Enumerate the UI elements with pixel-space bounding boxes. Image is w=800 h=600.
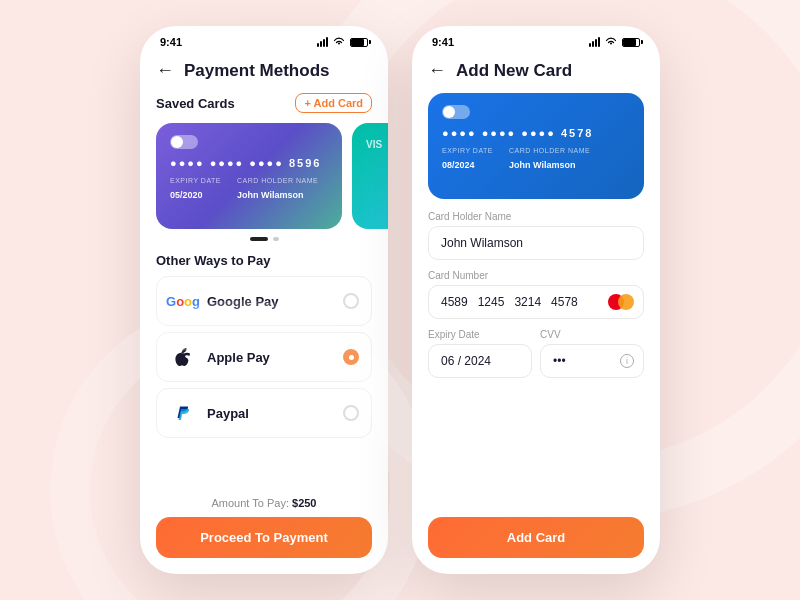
phone1-content: Saved Cards + Add Card ●●●● ●●●● ●●●● 85… [140,93,388,574]
battery-icon [350,38,368,47]
holder-name-label: Card Holder Name [428,211,644,222]
expiry-value-1: 05/2020 [170,190,203,200]
preview-holder-value: John Wilamson [509,160,575,170]
card-number-group: Card Number [428,270,644,319]
back-button-2[interactable]: ← [428,60,446,81]
google-pay-radio[interactable] [343,293,359,309]
holder-name-group: Card Holder Name [428,211,644,260]
preview-card-number: ●●●● ●●●● ●●●● 4578 [442,127,630,139]
holder-value-1: John Wilamson [237,190,303,200]
wifi-icon-2 [605,36,617,48]
preview-expiry-label: EXPIRY DATE [442,147,493,154]
add-card-submit-button[interactable]: Add Card [428,517,644,558]
header-2: ← Add New Card [412,52,660,93]
expiry-input[interactable] [428,344,532,378]
teal-card-label: VIS [366,139,388,150]
saved-cards-section: Saved Cards + Add Card [140,93,388,123]
paypal-icon [169,399,197,427]
other-ways-label: Other Ways to Pay [156,253,372,268]
phone-payment-methods: 9:41 ← Payment Methods [140,26,388,574]
time-2: 9:41 [432,36,454,48]
phone-add-card: 9:41 ← Add New Card [412,26,660,574]
card-toggle-1[interactable] [170,135,198,149]
google-pay-icon: Goog [169,287,197,315]
cvv-info-icon[interactable]: i [620,354,634,368]
dot-active [250,237,268,241]
apple-pay-option[interactable]: Apple Pay [156,332,372,382]
card-number-wrapper [428,285,644,319]
back-button-1[interactable]: ← [156,60,174,81]
expiry-group: Expiry Date [428,329,532,378]
card-number-label: Card Number [428,270,644,281]
google-pay-option[interactable]: Goog Google Pay [156,276,372,326]
preview-expiry: EXPIRY DATE 08/2024 [442,147,493,172]
header-1: ← Payment Methods [140,52,388,93]
credit-card-2[interactable]: VIS [352,123,388,229]
preview-card-info: EXPIRY DATE 08/2024 CARD HOLDER NAME Joh… [442,147,630,172]
expiry-cvv-row: Expiry Date CVV i [428,329,644,388]
page-title-1: Payment Methods [184,61,329,81]
time-1: 9:41 [160,36,182,48]
amount-text: Amount To Pay: $250 [212,497,317,509]
paypal-radio[interactable] [343,405,359,421]
signal-icon-2 [589,37,600,47]
apple-pay-icon [169,343,197,371]
preview-holder: CARD HOLDER NAME John Wilamson [509,147,590,172]
status-bar-1: 9:41 [140,26,388,52]
card-preview: ●●●● ●●●● ●●●● 4578 EXPIRY DATE 08/2024 … [428,93,644,199]
credit-card-1[interactable]: ●●●● ●●●● ●●●● 8596 EXPIRY DATE 05/2020 … [156,123,342,229]
google-pay-name: Google Pay [207,294,343,309]
expiry-form-label: Expiry Date [428,329,532,340]
cvv-group: CVV i [540,329,644,378]
apple-pay-radio[interactable] [343,349,359,365]
card-dots [140,229,388,245]
amount-section: Amount To Pay: $250 [140,485,388,517]
wifi-icon [333,36,345,48]
add-card-button[interactable]: + Add Card [295,93,372,113]
battery-icon-2 [622,38,640,47]
cvv-wrapper: i [540,344,644,378]
card-info-1: EXPIRY DATE 05/2020 CARD HOLDER NAME Joh… [170,177,328,202]
preview-expiry-value: 08/2024 [442,160,475,170]
preview-holder-label: CARD HOLDER NAME [509,147,590,154]
holder-name-input[interactable] [428,226,644,260]
page-title-2: Add New Card [456,61,572,81]
cards-scroll: ●●●● ●●●● ●●●● 8596 EXPIRY DATE 05/2020 … [140,123,388,229]
paypal-option[interactable]: Paypal [156,388,372,438]
card-toggle-2[interactable] [442,105,470,119]
mastercard-icon [608,294,634,310]
dot-inactive [273,237,279,241]
card-number-1: ●●●● ●●●● ●●●● 8596 [170,157,328,169]
status-icons-1 [317,36,368,48]
proceed-button[interactable]: Proceed To Payment [156,517,372,558]
status-bar-2: 9:41 [412,26,660,52]
expiry-item-1: EXPIRY DATE 05/2020 [170,177,221,202]
holder-label-1: CARD HOLDER NAME [237,177,318,184]
paypal-name: Paypal [207,406,343,421]
add-card-form: Card Holder Name Card Number Expiry Date… [412,211,660,509]
other-ways-section: Other Ways to Pay Goog Google Pay Apple … [140,245,388,485]
apple-pay-name: Apple Pay [207,350,343,365]
holder-item-1: CARD HOLDER NAME John Wilamson [237,177,318,202]
signal-icon [317,37,328,47]
status-icons-2 [589,36,640,48]
expiry-label-1: EXPIRY DATE [170,177,221,184]
cvv-label: CVV [540,329,644,340]
saved-cards-label: Saved Cards [156,96,235,111]
